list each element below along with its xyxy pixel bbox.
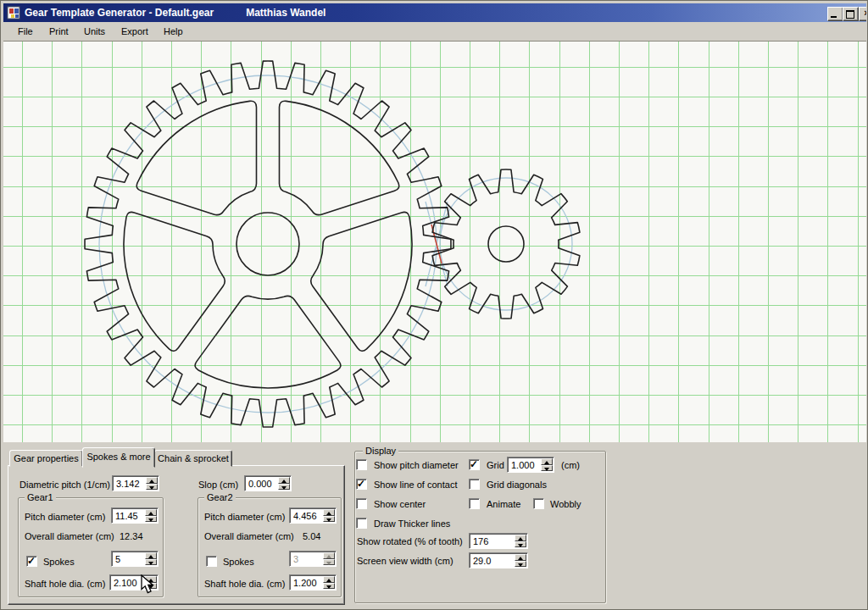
spin-up-button[interactable] [323, 552, 335, 559]
gear2-overall-diameter-value: 5.04 [303, 531, 320, 541]
animate-checkbox[interactable] [469, 498, 480, 509]
close-button[interactable]: × [859, 7, 866, 21]
gear2-pitch-diameter-value[interactable]: 4.456 [293, 509, 322, 523]
screen-view-width-spinner[interactable]: 29.0 [469, 552, 528, 568]
spin-down-button[interactable] [323, 583, 335, 590]
gear1-pitch-diameter-spinner[interactable]: 11.45 [111, 507, 159, 524]
show-pitch-diameter-label: Show pitch diameter [374, 460, 459, 470]
show-center-label: Show center [374, 499, 426, 509]
spin-down-button[interactable] [278, 484, 290, 491]
grid-size-spinner[interactable]: 1.000 [507, 457, 554, 473]
show-center-checkbox[interactable] [356, 498, 367, 509]
spin-down-button[interactable] [541, 465, 553, 472]
gear-drawing [3, 42, 866, 442]
spin-down-button[interactable] [323, 516, 335, 523]
wobbly-label: Wobbly [550, 499, 581, 509]
tab-label: Spokes & more [86, 452, 150, 462]
show-rotated-value[interactable]: 176 [473, 535, 514, 548]
animate-label: Animate [487, 499, 520, 509]
close-icon: × [860, 8, 866, 19]
gear1-overall-diameter-label: Overall diameter (cm) [25, 531, 114, 541]
app-icon [7, 6, 20, 19]
spin-up-button[interactable] [145, 552, 157, 559]
gear1-groupbox-title: Gear1 [25, 492, 56, 502]
spin-up-button[interactable] [541, 458, 553, 465]
grid-checkbox[interactable] [469, 459, 480, 470]
gear1-spokes-checkbox[interactable] [26, 556, 37, 567]
gear1-pitch-diameter-label: Pitch diameter (cm) [25, 512, 105, 522]
gear1-overall-diameter-value: 12.34 [120, 531, 143, 541]
gear2-spokes-spinner[interactable]: 3 [289, 551, 337, 567]
gear1-pitch-diameter-value[interactable]: 11.45 [115, 509, 144, 523]
spin-down-button[interactable] [146, 484, 158, 491]
menu-file[interactable]: File [15, 25, 36, 37]
diametric-pitch-spinner[interactable]: 3.142 [112, 475, 159, 491]
tab-label: Chain & sprocket [158, 453, 229, 463]
maximize-icon [846, 10, 854, 19]
gear1-spokes-value[interactable]: 5 [115, 552, 144, 566]
gear2-groupbox-title: Gear2 [204, 492, 236, 502]
grid-size-value[interactable]: 1.000 [511, 458, 540, 472]
gear2-spokes-checkbox[interactable] [206, 556, 217, 567]
gear-drawing-canvas [3, 41, 866, 442]
menu-help[interactable]: Help [161, 25, 186, 37]
show-pitch-diameter-checkbox[interactable] [356, 459, 367, 470]
gear1-shaft-hole-value[interactable]: 2.100 [114, 576, 144, 590]
draw-thicker-lines-checkbox[interactable] [356, 518, 367, 529]
menu-export[interactable]: Export [119, 25, 151, 37]
show-line-of-contact-label: Show line of contact [374, 480, 457, 490]
spin-down-button[interactable] [515, 561, 526, 568]
slop-value[interactable]: 0.000 [248, 477, 277, 491]
spin-down-button[interactable] [145, 559, 157, 566]
display-groupbox-title: Display [363, 446, 398, 456]
gear2-spokes-value[interactable]: 3 [293, 552, 322, 566]
grid-diagonals-checkbox[interactable] [469, 479, 480, 490]
screen-view-width-value[interactable]: 29.0 [473, 554, 514, 568]
gear2-pitch-diameter-label: Pitch diameter (cm) [204, 512, 285, 522]
grid-diagonals-label: Grid diagonals [487, 480, 547, 490]
menu-bar: File Print Units Export Help [3, 22, 866, 41]
tab-label: Gear properties [14, 453, 78, 463]
minimize-button[interactable] [827, 7, 843, 21]
spin-up-button[interactable] [278, 477, 290, 484]
slop-label: Slop (cm) [198, 480, 238, 490]
spin-down-button[interactable] [323, 559, 335, 566]
grid-unit-label: (cm) [561, 460, 580, 470]
screen-view-width-label: Screen view width (cm) [357, 556, 453, 566]
gear2-pitch-diameter-spinner[interactable]: 4.456 [289, 507, 337, 524]
gear2-shaft-hole-label: Shaft hole dia. (cm) [204, 579, 285, 589]
show-line-of-contact-checkbox[interactable] [356, 479, 367, 490]
gear2-shaft-hole-value[interactable]: 1.200 [293, 576, 322, 590]
spin-up-button[interactable] [145, 509, 157, 516]
tab-spokes-and-more[interactable]: Spokes & more [82, 447, 155, 468]
spin-down-button[interactable] [145, 516, 157, 523]
wobbly-checkbox[interactable] [533, 498, 544, 509]
spin-up-button[interactable] [323, 576, 335, 583]
tab-chain-and-sprocket[interactable]: Chain & sprocket [154, 450, 232, 467]
spin-up-button[interactable] [146, 477, 158, 484]
gear2-overall-diameter-label: Overall diameter (cm) [204, 531, 294, 541]
spin-up-button[interactable] [515, 535, 526, 541]
maximize-button[interactable] [843, 7, 859, 21]
window-title: Gear Template Generator - Default.gear [25, 7, 214, 19]
title-bar: Gear Template Generator - Default.gear M… [3, 3, 866, 22]
gear-template-generator-window: { "window": { "title": "Gear Template Ge… [0, 0, 868, 610]
grid-label: Grid [487, 460, 504, 470]
spin-up-button[interactable] [323, 509, 335, 516]
slop-spinner[interactable]: 0.000 [244, 475, 292, 491]
menu-units[interactable]: Units [81, 25, 108, 37]
window-owner: Matthias Wandel [246, 7, 326, 19]
diametric-pitch-value[interactable]: 3.142 [116, 477, 145, 491]
diametric-pitch-label: Diametric pitch (1/cm) [19, 480, 110, 490]
menu-print[interactable]: Print [47, 25, 71, 37]
spin-up-button[interactable] [515, 554, 526, 561]
gear1-spokes-spinner[interactable]: 5 [111, 551, 159, 567]
show-rotated-spinner[interactable]: 176 [469, 533, 528, 549]
gear2-shaft-hole-spinner[interactable]: 1.200 [289, 574, 337, 591]
tab-gear-properties[interactable]: Gear properties [9, 450, 83, 467]
spin-down-button[interactable] [515, 541, 526, 548]
show-rotated-label: Show rotated (% of tooth) [357, 536, 463, 546]
minimize-icon [831, 16, 837, 18]
gear1-shaft-hole-label: Shaft hole dia. (cm) [25, 579, 105, 589]
gear1-spokes-label: Spokes [43, 557, 75, 567]
